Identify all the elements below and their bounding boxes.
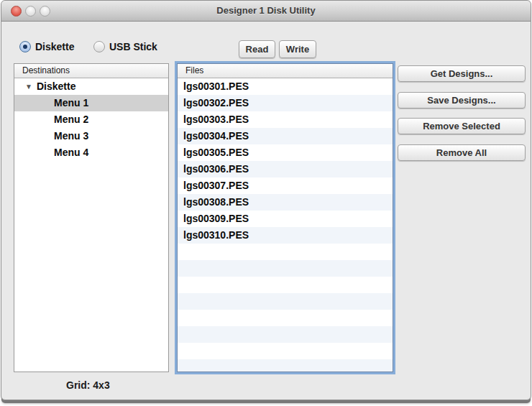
- radio-diskette-circle[interactable]: [19, 41, 31, 52]
- write-button[interactable]: Write: [279, 40, 316, 58]
- file-row[interactable]: lgs00301.PES: [178, 78, 393, 95]
- disclosure-triangle-icon[interactable]: ▼: [25, 78, 32, 95]
- file-row[interactable]: lgs00307.PES: [178, 177, 393, 194]
- empty-file-row: [178, 343, 393, 359]
- destinations-panel: Destinations ▼ Diskette Menu 1 Menu 2 Me…: [14, 63, 169, 372]
- files-panel: Files lgs00301.PES lgs00302.PES lgs00303…: [177, 63, 393, 372]
- tree-item-diskette[interactable]: ▼ Diskette: [14, 78, 168, 95]
- empty-file-row: [178, 293, 393, 310]
- empty-file-row: [178, 260, 393, 277]
- radio-usb-label: USB Stick: [109, 41, 157, 52]
- files-header: Files: [178, 64, 393, 78]
- save-designs-button[interactable]: Save Designs...: [398, 92, 526, 109]
- tree-item-menu-2[interactable]: Menu 2: [14, 111, 168, 128]
- file-row[interactable]: lgs00310.PES: [178, 227, 393, 244]
- files-list: lgs00301.PES lgs00302.PES lgs00303.PES l…: [178, 78, 393, 372]
- radio-dot-icon: [23, 45, 27, 49]
- empty-file-row: [178, 326, 393, 343]
- file-row[interactable]: lgs00304.PES: [178, 128, 393, 144]
- tree-root-label: Diskette: [37, 80, 75, 92]
- empty-file-row: [178, 359, 393, 372]
- file-row[interactable]: lgs00305.PES: [178, 144, 393, 161]
- title-bar[interactable]: Designer 1 Disk Utility: [1, 1, 531, 22]
- radio-diskette-label: Diskette: [35, 41, 74, 52]
- read-button[interactable]: Read: [239, 40, 275, 58]
- remove-all-button[interactable]: Remove All: [398, 144, 526, 161]
- radio-usb-stick[interactable]: USB Stick: [93, 40, 157, 53]
- empty-file-row: [178, 310, 393, 326]
- empty-file-row: [178, 277, 393, 293]
- window-title: Designer 1 Disk Utility: [1, 5, 531, 16]
- tree-item-menu-1[interactable]: Menu 1: [14, 95, 168, 111]
- radio-dot-icon: [97, 45, 101, 49]
- radio-diskette[interactable]: Diskette: [19, 40, 74, 53]
- radio-usb-circle[interactable]: [93, 41, 105, 52]
- destinations-header: Destinations: [14, 64, 168, 78]
- tree-item-menu-3[interactable]: Menu 3: [14, 128, 168, 144]
- file-row[interactable]: lgs00306.PES: [178, 161, 393, 177]
- file-row[interactable]: lgs00309.PES: [178, 211, 393, 227]
- file-row[interactable]: lgs00302.PES: [178, 95, 393, 111]
- grid-status-label: Grid: 4x3: [66, 379, 110, 391]
- app-window: Designer 1 Disk Utility Diskette USB Sti…: [1, 0, 531, 400]
- empty-file-row: [178, 244, 393, 260]
- file-row[interactable]: lgs00308.PES: [178, 194, 393, 211]
- get-designs-button[interactable]: Get Designs...: [398, 65, 526, 82]
- remove-selected-button[interactable]: Remove Selected: [398, 118, 526, 134]
- file-row[interactable]: lgs00303.PES: [178, 111, 393, 128]
- tree-item-menu-4[interactable]: Menu 4: [14, 144, 168, 161]
